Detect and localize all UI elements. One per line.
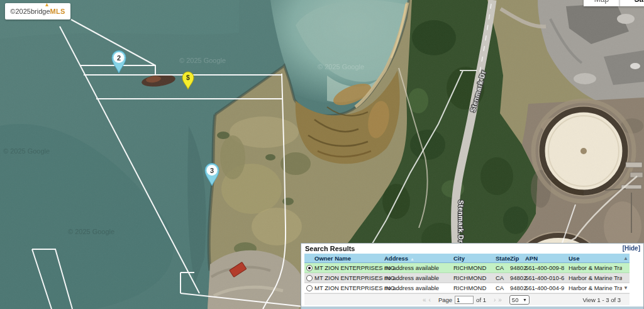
- row-3-zip: 94802: [510, 284, 525, 291]
- row-2-city: RICHMOND: [453, 274, 496, 281]
- search-results-panel: Search Results [Hide] Owner Name Address…: [301, 243, 644, 309]
- result-row-1[interactable]: MT ZION ENTERPRISES INC no address avail…: [304, 263, 630, 273]
- row-3-owner: MT ZION ENTERPRISES INC: [314, 284, 384, 291]
- row-3-city: RICHMOND: [453, 284, 496, 291]
- bridgemls-attribution: ▴ ©2025 bridge MLS: [5, 3, 70, 20]
- prev-page-button[interactable]: ‹: [429, 296, 431, 303]
- result-row-3[interactable]: MT ZION ENTERPRISES INC no address avail…: [304, 283, 630, 293]
- page-of-label: of 1: [476, 296, 486, 303]
- row-2-owner: MT ZION ENTERPRISES INC: [314, 274, 384, 281]
- map-view-button[interactable]: Map: [584, 0, 619, 6]
- col-header-owner[interactable]: Owner Name: [314, 255, 384, 262]
- row-3-use: Harbor & Marine Transpor: [569, 284, 622, 291]
- row-3-apn: 561-400-004-9: [525, 284, 569, 291]
- col-header-use[interactable]: Use: [569, 255, 622, 262]
- panel-title-row: Search Results [Hide]: [301, 244, 643, 254]
- row-1-zip: 94802: [510, 264, 525, 271]
- col-header-zip[interactable]: Zip: [510, 255, 525, 262]
- satellite-view-button[interactable]: Satellite: [619, 0, 644, 6]
- pin-3-label: 3: [210, 167, 214, 174]
- attribution-brand: bridge: [31, 8, 50, 15]
- results-table: Owner Name Address▲ City State Zip APN U…: [304, 254, 630, 293]
- attribution-brand-mls: MLS: [50, 8, 65, 15]
- pin-2-label: 2: [117, 54, 121, 62]
- sort-asc-icon: ▲: [410, 257, 414, 261]
- hide-link[interactable]: [Hide]: [623, 245, 640, 252]
- view-range-text: View 1 - 3 of 3: [582, 296, 621, 303]
- row-1-state: CA: [496, 264, 510, 271]
- map-pin-2[interactable]: 2: [110, 50, 128, 76]
- next-page-button[interactable]: ›: [494, 296, 496, 303]
- page-size-value: 50: [512, 296, 519, 303]
- row-1-radio[interactable]: [306, 265, 313, 271]
- col-header-state[interactable]: State: [496, 255, 510, 262]
- last-page-button[interactable]: »: [498, 296, 502, 303]
- row-1-apn: 561-400-009-8: [525, 264, 569, 271]
- map-pin-3[interactable]: 3: [203, 162, 221, 189]
- row-3-state: CA: [496, 284, 510, 291]
- map-type-control: Map Satellite: [584, 0, 644, 6]
- row-2-radio[interactable]: [306, 275, 313, 281]
- attribution-copyright: ©2025: [10, 8, 31, 15]
- pin-price-label: $: [186, 74, 190, 81]
- scroll-down-icon[interactable]: ▼: [622, 285, 630, 291]
- result-row-2[interactable]: MT ZION ENTERPRISES INC no address avail…: [304, 273, 630, 283]
- page-size-select[interactable]: 50 ▼: [509, 295, 530, 305]
- row-2-address: no address available: [384, 274, 453, 281]
- row-2-state: CA: [496, 274, 510, 281]
- map-viewport[interactable]: © 2025 Google © 2025 Google © 2025 Googl…: [0, 0, 644, 309]
- row-1-use: Harbor & Marine Transpor: [569, 264, 622, 271]
- page-label: Page: [438, 296, 452, 303]
- col-header-city[interactable]: City: [453, 255, 496, 262]
- row-3-radio[interactable]: [306, 285, 313, 291]
- results-footer: « ‹ Page of 1 › » 50 ▼ View 1 - 3 of 3: [304, 293, 630, 305]
- row-1-city: RICHMOND: [453, 264, 496, 271]
- page-number-input[interactable]: [455, 296, 474, 304]
- results-header-row: Owner Name Address▲ City State Zip APN U…: [304, 254, 630, 263]
- col-header-address[interactable]: Address▲: [384, 255, 453, 262]
- scroll-up-icon[interactable]: ▲: [622, 256, 630, 261]
- row-2-apn: 561-400-010-6: [525, 274, 569, 281]
- pagination: « ‹ Page of 1 › » 50 ▼: [423, 295, 530, 305]
- row-1-address: no address available: [384, 264, 453, 271]
- row-3-address: no address available: [384, 284, 453, 291]
- first-page-button[interactable]: «: [423, 296, 426, 303]
- chevron-down-icon: ▼: [523, 298, 527, 302]
- row-2-use: Harbor & Marine Transpor: [569, 274, 622, 281]
- row-1-owner: MT ZION ENTERPRISES INC: [314, 264, 384, 271]
- horizontal-scrollbar[interactable]: [301, 306, 643, 309]
- panel-title: Search Results: [305, 245, 355, 252]
- map-pin-price[interactable]: $: [181, 71, 195, 93]
- row-2-zip: 94802: [510, 274, 525, 281]
- bridgemls-flame-icon: ▴: [45, 1, 48, 8]
- col-header-apn[interactable]: APN: [525, 255, 569, 262]
